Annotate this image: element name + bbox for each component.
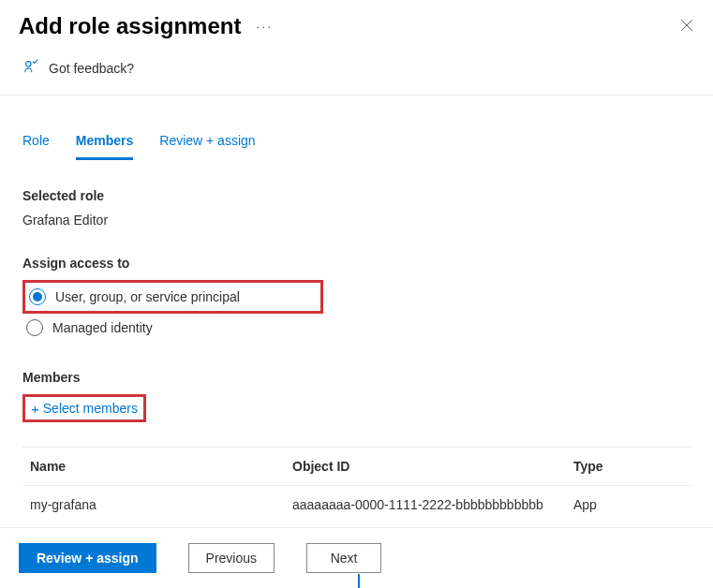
feedback-label: Got feedback? <box>49 61 134 76</box>
cell-object-id: aaaaaaaa-0000-1111-2222-bbbbbbbbbbbb <box>292 497 573 512</box>
radio-managed-identity[interactable]: Managed identity <box>22 314 691 342</box>
tab-review-assign[interactable]: Review + assign <box>159 133 255 160</box>
scroll-area: Role Members Review + assign Selected ro… <box>0 112 713 517</box>
review-assign-button[interactable]: Review + assign <box>19 543 156 573</box>
select-members-link[interactable]: + Select members <box>25 397 143 419</box>
selected-role-label: Selected role <box>22 188 691 203</box>
feedback-icon <box>22 58 39 78</box>
selected-role-value: Grafana Editor <box>22 213 691 228</box>
table-header: Name Object ID Type <box>22 448 691 486</box>
cell-name: my-grafana <box>30 497 292 512</box>
highlight-user-option: User, group, or service principal <box>22 280 323 314</box>
plus-icon: + <box>31 402 39 416</box>
panel-footer: Review + assign Previous Next <box>0 527 713 588</box>
close-icon[interactable] <box>679 18 694 36</box>
text-cursor <box>358 574 360 588</box>
tab-bar: Role Members Review + assign <box>22 112 691 160</box>
previous-button[interactable]: Previous <box>188 543 275 573</box>
col-header-type: Type <box>573 459 683 474</box>
radio-user-group-service-principal[interactable]: User, group, or service principal <box>25 283 320 311</box>
cell-type: App <box>573 497 683 512</box>
col-header-name: Name <box>30 459 292 474</box>
members-table: Name Object ID Type my-grafana aaaaaaaa-… <box>22 447 691 517</box>
select-members-label: Select members <box>43 401 138 416</box>
members-label: Members <box>22 370 691 385</box>
col-header-object-id: Object ID <box>292 459 573 474</box>
radio-icon <box>29 288 46 305</box>
radio-icon <box>26 319 43 336</box>
panel-title: Add role assignment <box>19 13 241 39</box>
feedback-link[interactable]: Got feedback? <box>0 49 713 96</box>
radio-user-label: User, group, or service principal <box>55 289 240 304</box>
radio-managed-label: Managed identity <box>52 320 153 335</box>
tab-members[interactable]: Members <box>76 133 133 160</box>
table-row[interactable]: my-grafana aaaaaaaa-0000-1111-2222-bbbbb… <box>22 486 691 517</box>
svg-point-2 <box>26 62 31 66</box>
next-button[interactable]: Next <box>306 543 381 573</box>
panel-header: Add role assignment ··· <box>0 0 713 49</box>
tab-role[interactable]: Role <box>22 133 50 160</box>
assign-access-label: Assign access to <box>22 256 691 271</box>
highlight-select-members: + Select members <box>22 394 146 422</box>
more-icon[interactable]: ··· <box>256 19 273 34</box>
